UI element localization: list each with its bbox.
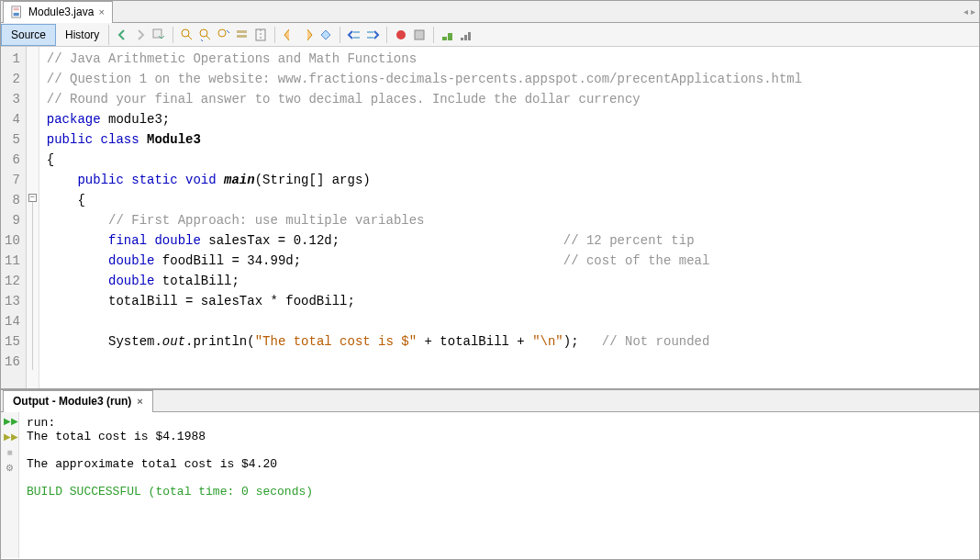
- svg-rect-15: [353, 37, 360, 39]
- toolbar-separator: [433, 27, 434, 43]
- fold-toggle-icon[interactable]: −: [28, 194, 37, 202]
- output-tab-bar: Output - Module3 (run) ×: [1, 390, 979, 412]
- code-line: package module3;: [47, 109, 972, 129]
- file-tab-module3[interactable]: Module3.java ×: [3, 1, 113, 23]
- svg-rect-1: [14, 13, 19, 17]
- fold-gutter: −: [27, 47, 39, 388]
- find-selection-icon[interactable]: [217, 28, 231, 42]
- toolbar-separator: [173, 27, 173, 43]
- find-prev-icon[interactable]: [180, 28, 195, 42]
- output-console[interactable]: run: The total cost is $4.1988 The appro…: [19, 412, 979, 558]
- comment-icon[interactable]: [440, 28, 455, 42]
- svg-rect-20: [442, 37, 447, 40]
- java-file-icon: [11, 6, 24, 18]
- code-line: System.out.println("The total cost is $"…: [47, 331, 972, 352]
- code-area[interactable]: // Java Arithmetic Operations and Math F…: [39, 47, 979, 388]
- fold-row: [27, 67, 39, 87]
- stop-icon[interactable]: ■: [4, 446, 17, 459]
- svg-rect-23: [464, 35, 467, 40]
- code-line: [47, 311, 972, 331]
- subtab-history[interactable]: History: [56, 25, 109, 45]
- highlight-icon[interactable]: [235, 28, 250, 42]
- fold-row: [27, 208, 39, 229]
- svg-rect-21: [448, 33, 452, 40]
- code-line: [47, 352, 972, 372]
- run-icon[interactable]: ▶▶: [4, 431, 17, 443]
- line-number: 8: [5, 190, 20, 210]
- output-build-status: BUILD SUCCESSFUL (total time: 0 seconds): [27, 485, 313, 498]
- line-number: 2: [5, 69, 20, 89]
- line-number: 12: [5, 271, 20, 291]
- svg-rect-14: [353, 31, 360, 33]
- fold-row: [27, 128, 39, 148]
- fold-row: [27, 47, 39, 67]
- toolbar-separator: [274, 27, 275, 43]
- svg-point-18: [396, 30, 406, 39]
- line-number: 11: [5, 251, 20, 271]
- toolbar-separator: [386, 27, 387, 43]
- svg-rect-16: [367, 31, 373, 33]
- line-number: 3: [5, 89, 20, 109]
- toolbar-separator: [340, 27, 340, 43]
- subtab-source[interactable]: Source: [1, 24, 56, 46]
- code-line: totalBill = salesTax * foodBill;: [47, 291, 972, 311]
- shift-left-icon[interactable]: [347, 28, 362, 42]
- line-number: 14: [5, 311, 20, 331]
- code-line: public static void main(String[] args): [47, 170, 972, 190]
- shift-right-icon[interactable]: [365, 28, 380, 42]
- svg-line-6: [188, 36, 192, 39]
- nav-forward-icon[interactable]: [133, 28, 148, 42]
- nav-down-icon[interactable]: [151, 28, 166, 42]
- line-number: 5: [5, 129, 20, 150]
- code-line: public class Module3: [47, 129, 972, 150]
- code-editor[interactable]: 12345678910111213141516 − // Java Arithm…: [1, 47, 979, 388]
- nav-back-icon[interactable]: [115, 28, 129, 42]
- macro-stop-icon[interactable]: [412, 28, 427, 42]
- file-tab-label: Module3.java: [28, 6, 94, 18]
- output-body: ▶▶ ▶▶ ■ ⚙ run: The total cost is $4.1988…: [1, 412, 979, 558]
- line-number-gutter: 12345678910111213141516: [1, 47, 27, 388]
- settings-icon[interactable]: ⚙: [4, 462, 17, 475]
- svg-point-5: [182, 29, 189, 37]
- output-tab-label: Output - Module3 (run): [13, 395, 131, 408]
- bookmark-icon[interactable]: [253, 28, 268, 42]
- fold-row: [27, 229, 39, 249]
- macro-record-icon[interactable]: [394, 28, 408, 42]
- fold-row: [27, 350, 39, 370]
- next-bookmark-icon[interactable]: [300, 28, 315, 42]
- svg-line-8: [206, 36, 210, 39]
- line-number: 1: [5, 49, 20, 69]
- code-line: double totalBill;: [47, 271, 972, 291]
- line-number: 6: [5, 150, 20, 170]
- svg-rect-11: [237, 35, 247, 38]
- output-panel: Output - Module3 (run) × ▶▶ ▶▶ ■ ⚙ run: …: [1, 388, 979, 558]
- output-line: The total cost is $4.1988: [27, 430, 206, 443]
- prev-bookmark-icon[interactable]: [282, 28, 296, 42]
- fold-row: [27, 309, 39, 330]
- find-next-icon[interactable]: [198, 28, 213, 42]
- line-number: 10: [5, 230, 20, 251]
- close-tab-icon[interactable]: ×: [98, 6, 104, 17]
- svg-rect-17: [367, 37, 373, 39]
- svg-point-9: [218, 29, 226, 37]
- code-line: // Java Arithmetic Operations and Math F…: [47, 49, 972, 69]
- editor-subnav: Source History: [1, 23, 979, 47]
- fold-row: −: [27, 188, 39, 208]
- code-line: {: [47, 150, 972, 170]
- rerun-icon[interactable]: ▶▶: [4, 415, 17, 428]
- output-tab[interactable]: Output - Module3 (run) ×: [3, 390, 153, 412]
- fold-row: [27, 249, 39, 269]
- code-line: double foodBill = 34.99d; // cost of the…: [47, 251, 972, 271]
- editor-tabs: Module3.java × ◂ ▸: [1, 1, 979, 23]
- uncomment-icon[interactable]: [459, 28, 473, 42]
- line-number: 15: [5, 331, 20, 352]
- svg-rect-19: [415, 30, 424, 39]
- toggle-bookmark-icon[interactable]: [318, 28, 333, 42]
- line-number: 16: [5, 352, 20, 372]
- fold-row: [27, 148, 39, 168]
- code-line: {: [47, 190, 972, 210]
- code-line: // Round your final answer to two decima…: [47, 89, 972, 109]
- tab-overflow-icon[interactable]: ◂ ▸: [963, 6, 975, 17]
- close-output-icon[interactable]: ×: [137, 396, 142, 407]
- svg-rect-22: [461, 38, 463, 40]
